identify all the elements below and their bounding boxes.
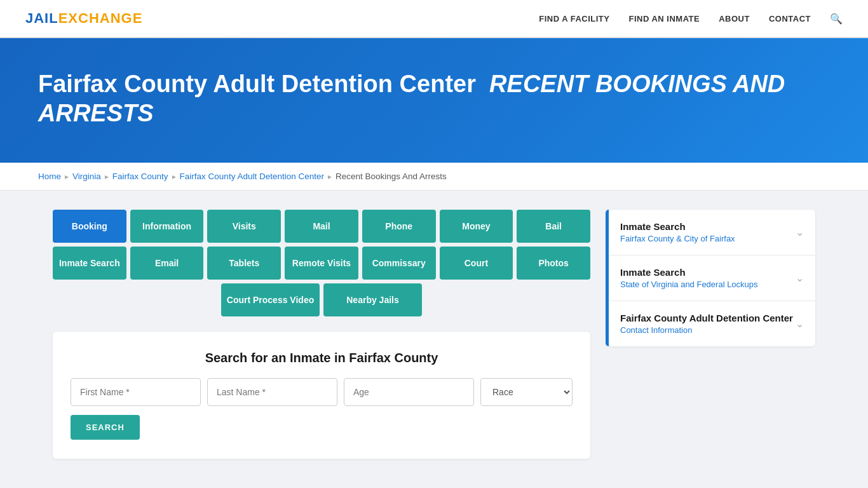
tab-remote-visits[interactable]: Remote Visits	[285, 247, 358, 280]
breadcrumb-virginia[interactable]: Virginia	[72, 172, 101, 181]
tab-court[interactable]: Court	[440, 247, 513, 280]
tab-phone[interactable]: Phone	[362, 210, 436, 243]
hero-title-main: Fairfax County Adult Detention Center	[38, 71, 476, 97]
tab-commissary[interactable]: Commissary	[362, 247, 436, 280]
sidebar-item-left-fairfax: Inmate Search Fairfax County & City of F…	[620, 221, 735, 243]
tab-photos[interactable]: Photos	[517, 247, 590, 280]
tab-information[interactable]: Information	[130, 210, 204, 243]
tab-bail[interactable]: Bail	[517, 210, 590, 243]
hero-title: Fairfax County Adult Detention Center RE…	[38, 70, 830, 128]
navbar: JAILEXCHANGE FIND A FACILITY FIND AN INM…	[0, 0, 868, 38]
age-input[interactable]	[344, 378, 474, 406]
tab-nearby-jails[interactable]: Nearby Jails	[323, 283, 422, 316]
tab-court-process-video[interactable]: Court Process Video	[221, 283, 320, 316]
breadcrumb-current: Recent Bookings And Arrests	[336, 172, 447, 181]
site-logo[interactable]: JAILEXCHANGE	[25, 10, 142, 27]
sidebar-item-label-fairfax: Inmate Search	[620, 221, 735, 232]
sidebar-item-label-contact: Fairfax County Adult Detention Center	[620, 313, 793, 323]
sidebar-item-label-virginia: Inmate Search	[620, 267, 758, 278]
sidebar-item-sublabel-fairfax: Fairfax County & City of Fairfax	[620, 234, 735, 243]
breadcrumb-adc[interactable]: Fairfax County Adult Detention Center	[180, 172, 324, 181]
tab-mail[interactable]: Mail	[285, 210, 358, 243]
breadcrumb-sep-1: ▸	[65, 172, 69, 181]
race-select[interactable]: Race	[480, 378, 573, 406]
tab-visits[interactable]: Visits	[207, 210, 281, 243]
breadcrumb-home[interactable]: Home	[38, 172, 61, 181]
logo-exchange: EXCHANGE	[58, 10, 143, 26]
tab-tablets[interactable]: Tablets	[207, 247, 281, 280]
logo-jail: JAIL	[25, 10, 58, 26]
sidebar-item-left-contact: Fairfax County Adult Detention Center Co…	[620, 313, 793, 335]
tabs-row-1: Booking Information Visits Mail Phone Mo…	[53, 210, 590, 243]
tab-email[interactable]: Email	[130, 247, 204, 280]
search-icon[interactable]: 🔍	[830, 13, 843, 25]
sidebar-item-sublabel-virginia: State of Virginia and Federal Lockups	[620, 280, 758, 289]
main-content: Booking Information Visits Mail Phone Mo…	[27, 191, 841, 478]
content-layout: Booking Information Visits Mail Phone Mo…	[53, 210, 815, 459]
first-name-input[interactable]	[71, 378, 201, 406]
inmate-search-box: Search for an Inmate in Fairfax County R…	[53, 332, 590, 459]
breadcrumb-sep-3: ▸	[172, 172, 176, 181]
tab-booking[interactable]: Booking	[53, 210, 126, 243]
chevron-down-icon-fairfax: ⌄	[796, 226, 804, 238]
search-form-row: Race	[71, 378, 573, 406]
sidebar-item-inmate-search-virginia[interactable]: Inmate Search State of Virginia and Fede…	[609, 255, 815, 301]
chevron-down-icon-contact: ⌄	[796, 318, 804, 330]
sidebar-accent-bar	[606, 210, 609, 346]
breadcrumb-sep-4: ▸	[328, 172, 332, 181]
sidebar-item-contact-info[interactable]: Fairfax County Adult Detention Center Co…	[609, 301, 815, 346]
nav-about[interactable]: ABOUT	[719, 14, 750, 24]
nav-find-facility[interactable]: FIND A FACILITY	[539, 14, 609, 24]
tabs-row-3: Court Process Video Nearby Jails	[53, 283, 590, 316]
tabs-row-2: Inmate Search Email Tablets Remote Visit…	[53, 247, 590, 280]
nav-find-inmate[interactable]: FIND AN INMATE	[628, 14, 700, 24]
nav-links: FIND A FACILITY FIND AN INMATE ABOUT CON…	[539, 13, 843, 25]
breadcrumb-fairfax-county[interactable]: Fairfax County	[112, 172, 168, 181]
sidebar-card: Inmate Search Fairfax County & City of F…	[609, 210, 815, 346]
sidebar: Inmate Search Fairfax County & City of F…	[606, 210, 815, 346]
hero-section: Fairfax County Adult Detention Center RE…	[0, 38, 868, 163]
breadcrumb-sep-2: ▸	[105, 172, 109, 181]
chevron-down-icon-virginia: ⌄	[796, 272, 804, 284]
sidebar-item-sublabel-contact: Contact Information	[620, 325, 793, 335]
sidebar-item-left-virginia: Inmate Search State of Virginia and Fede…	[620, 267, 758, 289]
sidebar-item-inmate-search-fairfax[interactable]: Inmate Search Fairfax County & City of F…	[609, 210, 815, 255]
nav-contact[interactable]: CONTACT	[769, 14, 811, 24]
tab-inmate-search[interactable]: Inmate Search	[53, 247, 126, 280]
search-title: Search for an Inmate in Fairfax County	[71, 351, 573, 365]
tab-money[interactable]: Money	[440, 210, 513, 243]
tabs-and-search: Booking Information Visits Mail Phone Mo…	[53, 210, 590, 459]
last-name-input[interactable]	[207, 378, 337, 406]
breadcrumb: Home ▸ Virginia ▸ Fairfax County ▸ Fairf…	[0, 163, 868, 191]
sidebar-card-wrapper: Inmate Search Fairfax County & City of F…	[606, 210, 815, 346]
search-button[interactable]: SEARCH	[71, 415, 140, 440]
